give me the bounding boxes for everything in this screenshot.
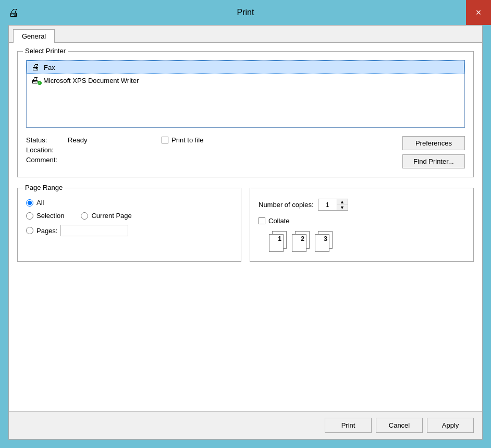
radio-group: All Selection Current Page: [26, 199, 232, 236]
radio-pages-label: Pages:: [36, 227, 57, 235]
dialog-body: General Select Printer 🖨 Fax 🖨 ✓: [8, 25, 483, 440]
print-dialog: 🖨 Print × General Select Printer 🖨 Fax: [0, 0, 491, 448]
collate-stack-1: 1: [269, 231, 289, 253]
radio-selection: Selection: [26, 212, 64, 220]
copies-label: Number of copies:: [259, 201, 314, 209]
page-front-2: 2: [292, 234, 306, 252]
collate-label: Collate: [268, 217, 289, 225]
page-front-3: 3: [315, 234, 329, 252]
print-to-file-label: Print to file: [171, 136, 203, 144]
fax-printer-name: Fax: [44, 64, 55, 71]
copies-input[interactable]: 1: [318, 199, 337, 210]
tab-content: Select Printer 🖨 Fax 🖨 ✓ Microsoft XPS D…: [9, 43, 482, 411]
spinner-arrows: ▲ ▼: [337, 199, 348, 210]
radio-all-label: All: [36, 199, 44, 207]
copies-section: Number of copies: 1 ▲ ▼ Collate: [250, 188, 474, 262]
radio-pages-input[interactable]: [26, 227, 33, 234]
radio-selection-label: Selection: [36, 212, 64, 220]
xps-badge: ✓: [37, 80, 42, 86]
cancel-button[interactable]: Cancel: [376, 418, 423, 433]
xps-printer-icon: 🖨 ✓: [30, 76, 40, 84]
page-range-label: Page Range: [23, 184, 65, 191]
copies-row: Number of copies: 1 ▲ ▼: [259, 199, 465, 211]
radio-current: Current Page: [81, 212, 131, 220]
pages-input[interactable]: [60, 225, 128, 236]
radio-all-input[interactable]: [26, 199, 33, 207]
select-printer-section: Select Printer 🖨 Fax 🖨 ✓ Microsoft XPS D…: [17, 51, 474, 177]
collate-row: Collate: [259, 217, 465, 225]
apply-button[interactable]: Apply: [427, 418, 474, 433]
spinner-up[interactable]: ▲: [337, 199, 348, 205]
collate-stack-2: 2: [292, 231, 312, 253]
copies-spinner[interactable]: 1 ▲ ▼: [318, 199, 348, 211]
printer-list[interactable]: 🖨 Fax 🖨 ✓ Microsoft XPS Document Writer: [26, 60, 465, 128]
radio-current-input[interactable]: [81, 212, 88, 220]
fax-printer-icon: 🖨: [30, 63, 41, 71]
printer-item-xps[interactable]: 🖨 ✓ Microsoft XPS Document Writer: [27, 74, 464, 87]
spinner-down[interactable]: ▼: [337, 205, 348, 210]
radio-selection-input[interactable]: [26, 212, 33, 220]
printer-icon: 🖨: [8, 7, 19, 19]
close-button[interactable]: ×: [466, 0, 491, 25]
collate-stack-3: 3: [315, 231, 335, 253]
status-label: Status:: [26, 136, 68, 144]
dialog-title: Print: [237, 8, 254, 17]
radio-all: All: [26, 199, 232, 207]
radio-row-2: Selection Current Page: [26, 212, 232, 220]
preferences-button[interactable]: Preferences: [402, 136, 465, 150]
title-bar: 🖨 Print ×: [0, 0, 491, 25]
find-printer-button[interactable]: Find Printer...: [402, 154, 465, 168]
tabs-bar: General: [9, 26, 482, 43]
radio-current-label: Current Page: [91, 212, 131, 220]
radio-pages: Pages:: [26, 225, 232, 236]
location-label: Location:: [26, 146, 68, 154]
page-range-section: Page Range All Selection: [17, 188, 241, 262]
xps-printer-name: Microsoft XPS Document Writer: [43, 77, 139, 84]
tab-general[interactable]: General: [13, 29, 55, 43]
page-front-1: 1: [269, 234, 284, 252]
bottom-sections: Page Range All Selection: [17, 188, 474, 262]
print-button[interactable]: Print: [325, 418, 372, 433]
footer-buttons: Print Cancel Apply: [9, 411, 482, 439]
print-to-file-checkbox[interactable]: [162, 137, 168, 143]
comment-label: Comment:: [26, 156, 68, 164]
collate-checkbox[interactable]: [259, 217, 265, 224]
status-value: Ready: [68, 136, 130, 144]
select-printer-label: Select Printer: [23, 47, 68, 55]
collate-icon-group: 1 2 3: [269, 231, 465, 253]
printer-item-fax[interactable]: 🖨 Fax: [27, 60, 464, 74]
